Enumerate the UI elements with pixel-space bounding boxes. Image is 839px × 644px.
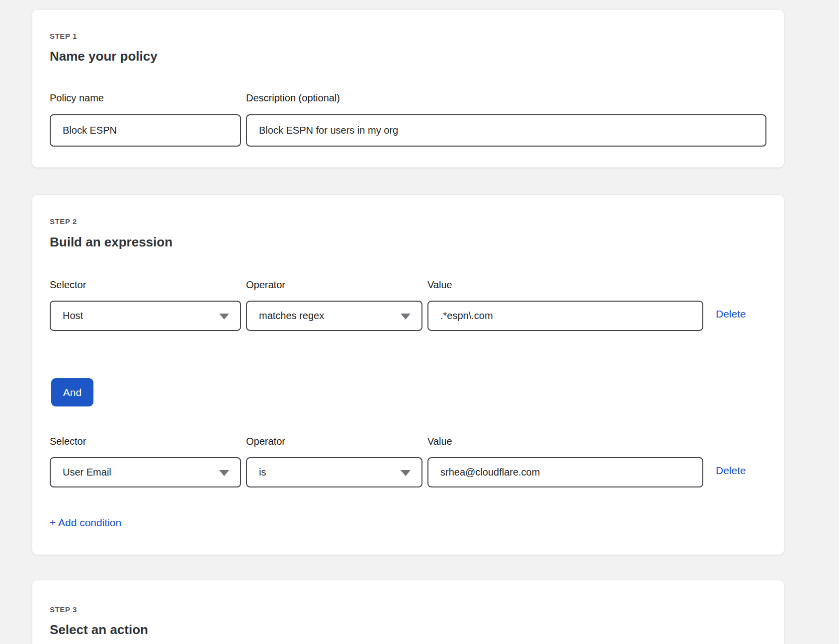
operator-dropdown[interactable]: is (246, 457, 422, 487)
selector-dropdown-value: User Email (51, 467, 111, 478)
selector-dropdown[interactable]: Host (50, 301, 241, 331)
selector-dropdown-value: Host (51, 310, 83, 322)
add-condition-link[interactable]: + Add condition (50, 517, 121, 529)
chevron-down-icon (219, 470, 229, 476)
value-column-label: Value (427, 279, 703, 291)
description-label: Description (optional) (246, 92, 340, 104)
step1-title: Name your policy (50, 49, 158, 64)
step3-card: STEP 3 Select an action (32, 580, 784, 644)
chevron-down-icon (401, 470, 411, 476)
operator-dropdown-value: matches regex (247, 310, 324, 322)
step2-label: STEP 2 (50, 217, 77, 226)
operator-dropdown[interactable]: matches regex (246, 301, 422, 331)
step2-card: STEP 2 Build an expression Selector Oper… (32, 195, 784, 555)
operator-column-label: Operator (246, 279, 422, 291)
condition-value-input[interactable] (427, 301, 703, 331)
description-input[interactable] (246, 114, 766, 147)
step3-label: STEP 3 (50, 605, 77, 614)
step2-title: Build an expression (50, 235, 172, 250)
step1-card: STEP 1 Name your policy Policy name Desc… (32, 10, 784, 167)
delete-condition-link[interactable]: Delete (716, 308, 746, 320)
step3-title: Select an action (50, 622, 148, 638)
policy-name-input[interactable] (50, 114, 241, 147)
selector-dropdown[interactable]: User Email (50, 457, 241, 487)
condition-value-input[interactable] (427, 457, 703, 487)
value-column-label: Value (427, 436, 703, 447)
chevron-down-icon (401, 314, 411, 320)
chevron-down-icon (219, 314, 229, 320)
delete-condition-link[interactable]: Delete (716, 465, 746, 477)
policy-name-label: Policy name (50, 92, 241, 104)
selector-column-label: Selector (50, 436, 241, 447)
operator-column-label: Operator (246, 436, 422, 447)
step1-label: STEP 1 (50, 32, 77, 40)
operator-dropdown-value: is (247, 467, 266, 478)
selector-column-label: Selector (50, 279, 241, 291)
and-button[interactable]: And (51, 378, 93, 406)
